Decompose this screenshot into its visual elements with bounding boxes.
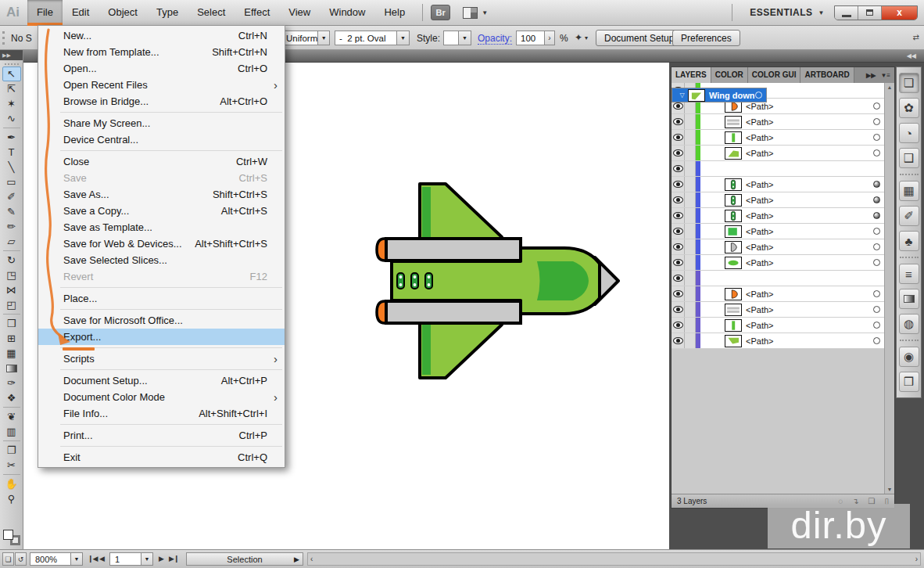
transparency-panel-icon[interactable]: ◍ bbox=[899, 314, 919, 334]
panel-grip[interactable] bbox=[2, 31, 5, 45]
target-indicator[interactable] bbox=[755, 92, 762, 99]
lock-toggle[interactable] bbox=[685, 255, 696, 270]
path-row[interactable]: <Path> bbox=[672, 130, 884, 146]
symbols-panel-icon[interactable]: ♣ bbox=[899, 231, 919, 251]
path-row[interactable]: <Path> bbox=[672, 255, 884, 271]
pen-tool[interactable]: ✒ bbox=[2, 130, 21, 145]
menu-help[interactable]: Help bbox=[374, 0, 414, 26]
layer-name[interactable]: <Path> bbox=[746, 336, 773, 346]
direct-selection-tool[interactable]: ⇱ bbox=[2, 81, 21, 96]
layer-name[interactable]: Wing down bbox=[709, 91, 755, 100]
file-menu-item-open-recent-files[interactable]: Open Recent Files› bbox=[38, 77, 285, 93]
target-indicator[interactable] bbox=[873, 337, 880, 344]
first-artboard-button[interactable]: ❙◀ bbox=[88, 555, 97, 563]
blend-tool[interactable]: ❖ bbox=[2, 390, 21, 405]
document-setup-button[interactable]: Document Setup bbox=[596, 30, 682, 46]
layers-scrollbar[interactable]: ▲ ▼ bbox=[884, 83, 894, 494]
path-row[interactable]: <Path> bbox=[672, 208, 884, 224]
lasso-tool[interactable]: ∿ bbox=[2, 111, 21, 126]
lock-toggle[interactable] bbox=[685, 318, 696, 333]
layer-name[interactable]: <Path> bbox=[746, 321, 773, 330]
shuttle-artwork[interactable] bbox=[367, 172, 633, 391]
lock-toggle[interactable] bbox=[685, 286, 696, 301]
target-indicator[interactable] bbox=[873, 149, 880, 156]
file-menu-item-place[interactable]: Place... bbox=[38, 290, 285, 307]
zoom-level-select[interactable]: 800% ▼ bbox=[30, 552, 83, 566]
file-menu-item-save-a-copy[interactable]: Save a Copy...Alt+Ctrl+S bbox=[38, 203, 285, 219]
path-row[interactable]: <Path> bbox=[672, 239, 884, 255]
control-bar-menu-icon[interactable]: ⇄ bbox=[913, 33, 919, 41]
variable-width-select[interactable]: Uniform ▼ bbox=[281, 31, 330, 45]
file-menu-item-browse-in-bridge[interactable]: Browse in Bridge...Alt+Ctrl+O bbox=[38, 93, 285, 110]
rectangle-tool[interactable]: ▭ bbox=[2, 174, 21, 189]
file-menu-item-close[interactable]: CloseCtrl+W bbox=[38, 153, 285, 170]
menu-effect[interactable]: Effect bbox=[235, 0, 279, 26]
shape-builder-tool[interactable]: ❒ bbox=[2, 316, 21, 331]
target-indicator[interactable] bbox=[873, 134, 880, 141]
swatches-panel-icon[interactable]: ▦ bbox=[899, 181, 919, 201]
minimize-button[interactable] bbox=[835, 6, 858, 20]
layer-name[interactable]: <Path> bbox=[746, 289, 773, 299]
rotate-view-icon[interactable]: ↺ bbox=[15, 552, 27, 566]
lock-toggle[interactable] bbox=[685, 271, 696, 286]
tab-artboard[interactable]: ARTBOARD bbox=[800, 67, 854, 83]
opacity-input[interactable]: 100 › bbox=[516, 31, 555, 45]
file-menu-item-save-for-web-amp-devices[interactable]: Save for Web & Devices...Alt+Shift+Ctrl+… bbox=[38, 235, 285, 252]
layer-thumbnail[interactable] bbox=[725, 225, 742, 238]
layer-thumbnail[interactable] bbox=[725, 257, 742, 269]
file-menu-item-save-as-template[interactable]: Save as Template... bbox=[38, 219, 285, 235]
tab-color[interactable]: COLOR bbox=[711, 67, 748, 83]
preferences-button[interactable]: Preferences bbox=[672, 30, 740, 46]
type-tool[interactable]: T bbox=[2, 145, 21, 160]
pencil-tool[interactable]: ✎ bbox=[2, 204, 21, 219]
layer-name[interactable]: <Path> bbox=[746, 243, 773, 252]
width-tool[interactable]: ⋈ bbox=[2, 282, 21, 297]
lock-toggle[interactable] bbox=[685, 192, 696, 207]
next-artboard-button[interactable]: ▶ bbox=[159, 555, 163, 563]
lock-toggle[interactable] bbox=[685, 224, 696, 239]
target-indicator[interactable] bbox=[873, 196, 880, 203]
file-menu-item-exit[interactable]: ExitCtrl+Q bbox=[38, 449, 285, 466]
paintbrush-tool[interactable]: ✐ bbox=[2, 189, 21, 204]
layer-thumbnail[interactable] bbox=[688, 89, 705, 102]
color-panel-icon[interactable]: ✿ bbox=[899, 98, 919, 118]
target-indicator[interactable] bbox=[873, 243, 880, 250]
file-menu-item-save[interactable]: SaveCtrl+S bbox=[38, 170, 285, 186]
panel-collapse-icon[interactable]: ▶▶ bbox=[866, 72, 876, 79]
visibility-toggle[interactable] bbox=[672, 255, 685, 270]
file-menu-item-save-for-microsoft-office[interactable]: Save for Microsoft Office... bbox=[38, 312, 285, 329]
select-similar-button[interactable]: ✦▾ bbox=[575, 32, 588, 43]
artboard-nav-icon[interactable]: ❏ bbox=[2, 552, 14, 566]
column-graph-tool[interactable]: ▥ bbox=[2, 424, 21, 439]
mesh-tool[interactable]: ▦ bbox=[2, 346, 21, 361]
graphic-styles-panel-icon[interactable]: ❒ bbox=[899, 372, 919, 392]
horizontal-scrollbar[interactable]: ‹ › bbox=[307, 552, 921, 566]
slice-tool[interactable]: ✂ bbox=[2, 458, 21, 473]
menu-view[interactable]: View bbox=[279, 0, 320, 26]
layer-thumbnail[interactable] bbox=[725, 194, 742, 207]
lock-toggle[interactable] bbox=[685, 177, 696, 192]
layer-thumbnail[interactable] bbox=[725, 178, 742, 191]
visibility-toggle[interactable] bbox=[672, 302, 685, 317]
target-indicator[interactable] bbox=[873, 212, 880, 219]
perspective-grid-tool[interactable]: ⊞ bbox=[2, 331, 21, 346]
style-select[interactable]: ▼ bbox=[443, 31, 471, 45]
spinner-icon[interactable]: › bbox=[544, 31, 554, 45]
menu-object[interactable]: Object bbox=[98, 0, 147, 26]
menu-type[interactable]: Type bbox=[147, 0, 188, 26]
path-row[interactable]: <Path> bbox=[672, 114, 884, 130]
visibility-toggle[interactable] bbox=[672, 224, 685, 239]
fill-swatch[interactable] bbox=[3, 530, 13, 540]
file-menu-item-new[interactable]: New...Ctrl+N bbox=[38, 27, 285, 44]
file-menu-item-document-setup[interactable]: Document Setup...Alt+Ctrl+P bbox=[38, 372, 285, 389]
file-menu-item-document-color-mode[interactable]: Document Color Mode› bbox=[38, 389, 285, 405]
file-menu-item-open[interactable]: Open...Ctrl+O bbox=[38, 60, 285, 77]
layer-name[interactable]: <Path> bbox=[746, 180, 773, 189]
layer-name[interactable]: <Path> bbox=[746, 227, 773, 236]
artboards-panel-icon[interactable]: ❑ bbox=[899, 148, 919, 168]
path-row[interactable]: <Path> bbox=[672, 302, 884, 318]
target-indicator[interactable] bbox=[873, 290, 880, 297]
layer-name[interactable]: <Path> bbox=[746, 149, 773, 158]
tab-layers[interactable]: LAYERS bbox=[672, 67, 711, 83]
artboard-number-select[interactable]: 1 ▼ bbox=[109, 552, 153, 566]
